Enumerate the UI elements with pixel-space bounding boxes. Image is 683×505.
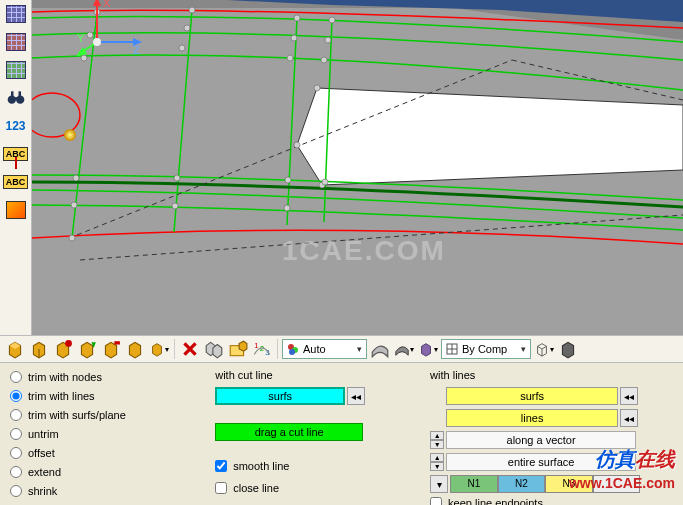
lines-button[interactable]: lines xyxy=(446,409,618,427)
svg-text:Z: Z xyxy=(133,44,140,56)
svg-text:X: X xyxy=(103,0,111,9)
n2-button[interactable]: N2 xyxy=(498,475,546,493)
delete-icon[interactable] xyxy=(179,338,201,360)
cube-gold-3-icon[interactable] xyxy=(52,338,74,360)
surfs-selector-button[interactable]: surfs xyxy=(215,387,345,405)
shaded-cube-icon[interactable] xyxy=(557,338,579,360)
drag-cut-line-button[interactable]: drag a cut line xyxy=(215,423,363,441)
auto-label: Auto xyxy=(303,343,326,355)
svg-point-50 xyxy=(93,38,101,46)
svg-marker-42 xyxy=(93,0,101,6)
cube-gold-1-icon[interactable] xyxy=(4,338,26,360)
surface-spinner[interactable]: ▲▼ xyxy=(430,453,444,471)
cube-gold-2-icon[interactable] xyxy=(28,338,50,360)
smooth-line-checkbox[interactable]: smooth line xyxy=(215,457,390,475)
gradient-rect-icon[interactable] xyxy=(4,198,28,222)
close-line-checkbox[interactable]: close line xyxy=(215,479,390,497)
svg-rect-60 xyxy=(114,341,120,344)
cut-line-column: with cut line surfs ◂◂ drag a cut line s… xyxy=(215,369,390,499)
bycomp-combo[interactable]: By Comp ▾ xyxy=(441,339,531,359)
reset-surfs-icon[interactable]: ◂◂ xyxy=(620,387,638,405)
svg-line-79 xyxy=(542,346,546,349)
svg-line-78 xyxy=(538,346,542,349)
cube-gold-4-icon[interactable] xyxy=(76,338,98,360)
svg-marker-64 xyxy=(213,345,222,358)
grid-view-icon-1[interactable] xyxy=(4,2,28,26)
svg-text:1: 1 xyxy=(254,341,258,350)
bycomp-label: By Comp xyxy=(462,343,507,355)
name-tag-icon-1[interactable]: ABC xyxy=(4,142,28,166)
name-tag-icon-2[interactable]: ABC xyxy=(4,170,28,194)
left-toolbar: 123 ABC ABC xyxy=(0,0,32,335)
reset-selector-icon[interactable]: ◂◂ xyxy=(347,387,365,405)
numbered-icon[interactable]: 123 xyxy=(251,338,273,360)
3d-viewport[interactable]: 1CAE.COM X Y Z xyxy=(32,0,683,335)
radio-trim-with-surfs-plane[interactable]: trim with surfs/plane xyxy=(10,407,175,422)
radio-untrim[interactable]: untrim xyxy=(10,426,175,441)
svg-marker-57 xyxy=(81,342,92,358)
radio-offset[interactable]: offset xyxy=(10,446,175,461)
n1-button[interactable]: N1 xyxy=(450,475,498,493)
svg-point-39 xyxy=(69,235,75,241)
cut-line-heading: with cut line xyxy=(215,369,390,381)
svg-marker-66 xyxy=(239,341,247,351)
surface-2-icon[interactable]: ▾ xyxy=(393,338,415,360)
svg-marker-73 xyxy=(422,344,431,356)
radio-trim-with-lines[interactable]: trim with lines xyxy=(10,388,175,403)
surfs-button[interactable]: surfs xyxy=(446,387,618,405)
vector-spinner[interactable]: ▲▼ xyxy=(430,431,444,449)
svg-point-0 xyxy=(7,96,15,104)
wireframe-cube-icon[interactable]: ▾ xyxy=(533,338,555,360)
cube-dropdown-icon[interactable]: ▾ xyxy=(148,338,170,360)
svg-point-72 xyxy=(289,349,295,355)
cube-group-icon[interactable] xyxy=(203,338,225,360)
find-icon[interactable] xyxy=(4,86,28,110)
svg-point-40 xyxy=(64,129,76,141)
auto-color-combo[interactable]: Auto ▾ xyxy=(282,339,367,359)
svg-text:Y: Y xyxy=(77,32,85,44)
radio-extend[interactable]: extend xyxy=(10,465,175,480)
dropdown-arrow-icon[interactable]: ▾ xyxy=(521,344,526,354)
svg-rect-2 xyxy=(14,97,17,100)
svg-marker-62 xyxy=(153,344,162,356)
site-watermark-text: 仿真在线 xyxy=(595,446,675,473)
numbers-icon[interactable]: 123 xyxy=(4,114,28,138)
folder-cube-icon[interactable] xyxy=(227,338,249,360)
reset-lines-icon[interactable]: ◂◂ xyxy=(620,409,638,427)
svg-marker-61 xyxy=(129,342,140,358)
svg-marker-59 xyxy=(105,342,116,358)
axis-triad: X Y Z xyxy=(77,0,683,327)
bottom-toolbar: ▾ 123 Auto ▾ ▾ ▾ By Comp ▾ ▾ xyxy=(0,335,683,363)
n-dropdown-icon[interactable]: ▾ xyxy=(430,475,448,493)
svg-marker-81 xyxy=(562,342,573,358)
keep-endpoints-checkbox[interactable]: keep line endpoints xyxy=(430,497,673,505)
with-lines-heading: with lines xyxy=(430,369,673,381)
svg-point-56 xyxy=(65,340,72,347)
cube-gold-6-icon[interactable] xyxy=(124,338,146,360)
svg-point-1 xyxy=(16,96,24,104)
trim-mode-column: trim with nodes trim with lines trim wit… xyxy=(10,369,175,499)
radio-shrink[interactable]: shrink xyxy=(10,484,175,499)
svg-rect-3 xyxy=(11,91,14,96)
grid-view-icon-2[interactable] xyxy=(4,30,28,54)
cube-gold-5-icon[interactable] xyxy=(100,338,122,360)
svg-rect-4 xyxy=(18,91,21,96)
grid-view-icon-3[interactable] xyxy=(4,58,28,82)
cube-purple-icon[interactable]: ▾ xyxy=(417,338,439,360)
radio-trim-with-nodes[interactable]: trim with nodes xyxy=(10,369,175,384)
surface-1-icon[interactable] xyxy=(369,338,391,360)
site-watermark-url: www.1CAE.com xyxy=(569,475,675,491)
dropdown-arrow-icon[interactable]: ▾ xyxy=(357,344,362,354)
